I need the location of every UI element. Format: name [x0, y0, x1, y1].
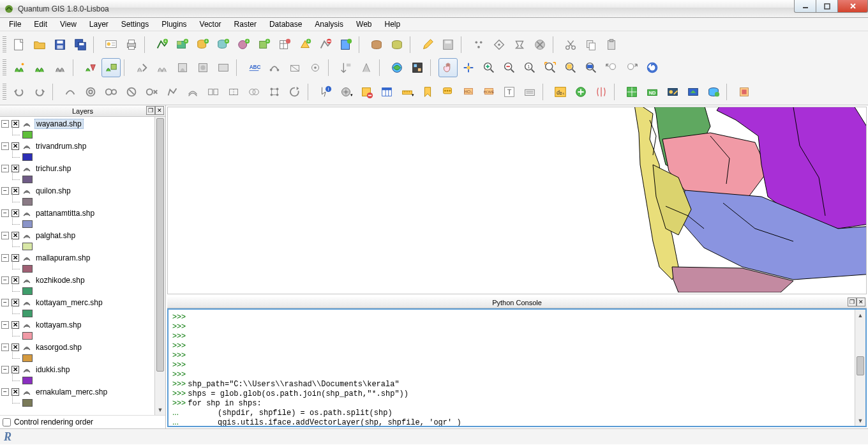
layer-name-label[interactable]: pattanamtitta.shp	[34, 209, 96, 218]
zoom-next-button[interactable]	[622, 58, 641, 77]
layer-name-label[interactable]: quilon.shp	[34, 186, 72, 195]
layers-list[interactable]: ▼ −✕wayanad.shp−✕trivandrum.shp−✕trichur…	[0, 117, 165, 415]
layer-name-label[interactable]: wayanad.shp	[34, 119, 84, 129]
layer-name-label[interactable]: kottayam_merc.shp	[34, 298, 104, 307]
merge-attr-button[interactable]	[244, 82, 264, 102]
add-ring-button[interactable]	[81, 82, 100, 102]
refresh-button[interactable]	[643, 58, 662, 77]
node-tool-button[interactable]	[265, 82, 284, 102]
grass-add-raster-button[interactable]	[101, 58, 121, 77]
python-undock-button[interactable]: ❐	[848, 298, 857, 306]
python-close-button[interactable]: ✕	[857, 298, 865, 306]
toolbar-btn-13[interactable]	[387, 35, 407, 54]
deselect-button[interactable]	[357, 82, 376, 102]
text-tool-button[interactable]: T	[500, 82, 519, 102]
toolbar2-btn-11[interactable]	[265, 58, 284, 77]
show-bookmarks-button[interactable]: HO↓	[459, 82, 478, 102]
offset-curve-button[interactable]	[183, 82, 202, 102]
add-vector-button[interactable]: +	[153, 35, 172, 54]
simplify-button[interactable]	[61, 82, 80, 102]
toolbar2-btn-12[interactable]	[285, 58, 304, 77]
zoom-in-button[interactable]	[479, 58, 498, 77]
add-delimited-button[interactable]	[275, 35, 294, 54]
save-edits-button[interactable]	[438, 35, 458, 54]
layer-row[interactable]: −✕kasorgod.shp	[1, 342, 164, 353]
merge-button[interactable]	[224, 82, 243, 102]
menu-view[interactable]: View	[54, 19, 83, 30]
toolbar2-btn-17[interactable]	[408, 58, 427, 77]
layer-name-label[interactable]: kozhikode.shp	[34, 276, 86, 285]
render-status-icon[interactable]: R	[4, 430, 11, 444]
layer-name-label[interactable]: ernakulam_merc.shp	[34, 388, 108, 396]
attribute-table-button[interactable]	[377, 82, 396, 102]
layer-name-label[interactable]: trichur.shp	[34, 164, 72, 173]
menu-layer[interactable]: Layer	[83, 19, 115, 30]
reshape-button[interactable]	[163, 82, 182, 102]
delete-ring-button[interactable]	[122, 82, 141, 102]
layer-row[interactable]: −✕kozhikode.shp	[1, 275, 164, 286]
save-project-button[interactable]	[50, 35, 70, 54]
python-scrollbar[interactable]: ▲ ▼	[855, 310, 865, 426]
layer-collapse-icon[interactable]: −	[1, 276, 9, 284]
layers-scrollbar[interactable]: ▼	[154, 117, 165, 415]
zoom-last-button[interactable]	[602, 58, 621, 77]
layer-collapse-icon[interactable]: −	[1, 165, 9, 172]
bookmarks-button[interactable]	[418, 82, 437, 102]
add-raster-button[interactable]: +	[173, 35, 192, 54]
save-as-button[interactable]	[71, 35, 90, 54]
d2s-button[interactable]: d₂ₛ	[551, 82, 570, 102]
control-rendering-order[interactable]: Control rendering order	[0, 415, 165, 428]
pan-to-selection-button[interactable]	[459, 58, 478, 77]
menu-raster[interactable]: Raster	[228, 19, 263, 30]
zoom-native-button[interactable]: 1	[520, 58, 539, 77]
toolbar-btn-8[interactable]: +	[296, 35, 315, 54]
toolbar3-btn-36[interactable]	[735, 82, 754, 102]
split-button[interactable]	[204, 82, 223, 102]
layer-name-label[interactable]: kasorgod.shp	[34, 343, 83, 352]
paste-button[interactable]	[602, 35, 621, 54]
layer-row[interactable]: −✕kottayam.shp	[1, 319, 164, 331]
redo-button[interactable]	[30, 82, 49, 102]
new-project-button[interactable]	[10, 35, 29, 54]
rotate-button[interactable]	[285, 82, 304, 102]
menu-file[interactable]: File	[3, 19, 27, 30]
layers-close-button[interactable]: ✕	[155, 106, 164, 115]
layer-collapse-icon[interactable]: −	[1, 232, 9, 239]
cut-button[interactable]	[561, 35, 580, 54]
add-spatialite-button[interactable]: +	[214, 35, 233, 54]
layer-row[interactable]: −✕pattanamtitta.shp	[1, 207, 164, 219]
toolbar3-btn-34[interactable]	[704, 82, 723, 102]
layer-row[interactable]: −✕wayanad.shp	[1, 118, 164, 130]
grass-close-button[interactable]	[50, 58, 70, 77]
pan-button[interactable]	[438, 58, 458, 77]
grass-open-button[interactable]	[30, 58, 49, 77]
menu-vector[interactable]: Vector	[193, 19, 228, 30]
map-canvas[interactable]	[167, 107, 867, 294]
grass-tool-2[interactable]	[153, 58, 172, 77]
layer-collapse-icon[interactable]: −	[1, 299, 9, 306]
menu-plugins[interactable]: Plugins	[155, 19, 193, 30]
label-tool-button[interactable]: ABC	[244, 58, 264, 77]
layer-collapse-icon[interactable]: −	[1, 366, 9, 373]
menu-edit[interactable]: Edit	[27, 19, 54, 30]
menu-web[interactable]: Web	[350, 19, 378, 30]
close-button[interactable]	[837, 0, 868, 13]
menu-analysis[interactable]: Analysis	[308, 19, 350, 30]
layer-name-label[interactable]: kottayam.shp	[34, 321, 82, 329]
select-button[interactable]: ▾	[336, 82, 355, 102]
toolbar2-btn-15[interactable]	[357, 58, 376, 77]
python-console-body[interactable]: >>> >>> >>> >>> >>> >>> >>> >>> shp_path…	[167, 308, 867, 427]
print-button[interactable]	[122, 35, 141, 54]
zoom-out-button[interactable]	[500, 58, 519, 77]
open-project-button[interactable]	[30, 35, 49, 54]
layer-row[interactable]: −✕kottayam_merc.shp	[1, 297, 164, 308]
layer-collapse-icon[interactable]: −	[1, 321, 9, 329]
menu-database[interactable]: Database	[263, 19, 308, 30]
grass-add-vector-button[interactable]	[81, 58, 100, 77]
toolbar2-btn-13[interactable]	[306, 58, 325, 77]
add-part-button[interactable]	[101, 82, 121, 102]
layer-collapse-icon[interactable]: −	[1, 343, 9, 351]
toolbar3-btn-27[interactable]	[571, 82, 590, 102]
layer-collapse-icon[interactable]: −	[1, 120, 9, 128]
toolbar3-btn-28[interactable]	[592, 82, 611, 102]
